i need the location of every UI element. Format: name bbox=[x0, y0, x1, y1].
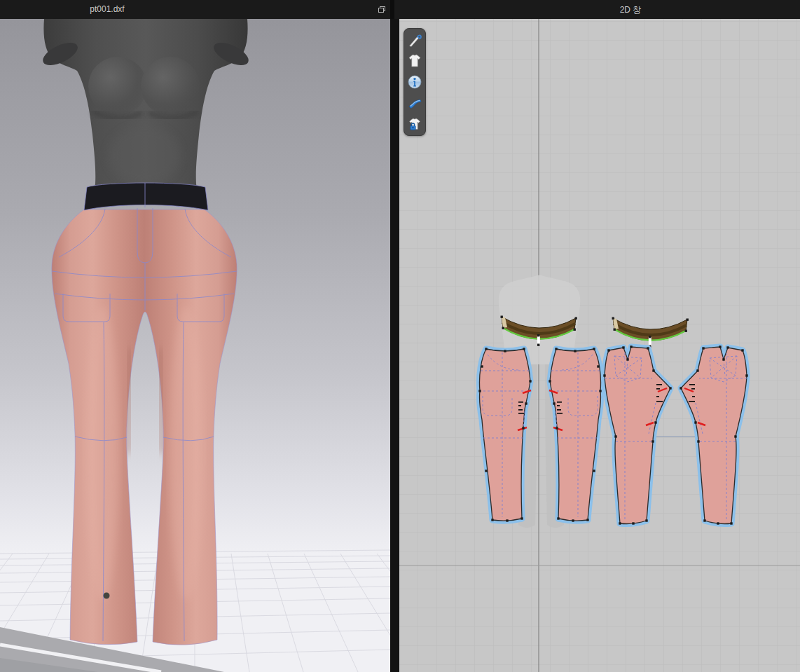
pin-dot bbox=[104, 593, 110, 599]
2d-toolbar bbox=[404, 28, 426, 136]
3d-window-title: pt001.dxf bbox=[90, 4, 124, 14]
garment-lock-icon[interactable] bbox=[406, 116, 423, 132]
3d-scene bbox=[0, 19, 390, 672]
panel-divider[interactable] bbox=[390, 19, 399, 672]
3d-viewport[interactable] bbox=[0, 19, 390, 672]
pattern-grid bbox=[399, 19, 800, 672]
fabric-swatch-icon[interactable] bbox=[406, 95, 423, 111]
info-icon[interactable] bbox=[406, 74, 423, 90]
restore-window-icon[interactable] bbox=[378, 6, 385, 12]
needle-thread-tool-icon[interactable] bbox=[406, 32, 423, 48]
2d-window-title: 2D 창 bbox=[620, 4, 642, 16]
2d-viewport[interactable] bbox=[399, 19, 800, 672]
2d-scene bbox=[399, 19, 800, 672]
3d-window-titlebar: pt001.dxf bbox=[0, 0, 390, 20]
2d-window-titlebar: 2D 창 bbox=[394, 0, 800, 20]
garment-shirt-icon[interactable] bbox=[406, 53, 423, 69]
